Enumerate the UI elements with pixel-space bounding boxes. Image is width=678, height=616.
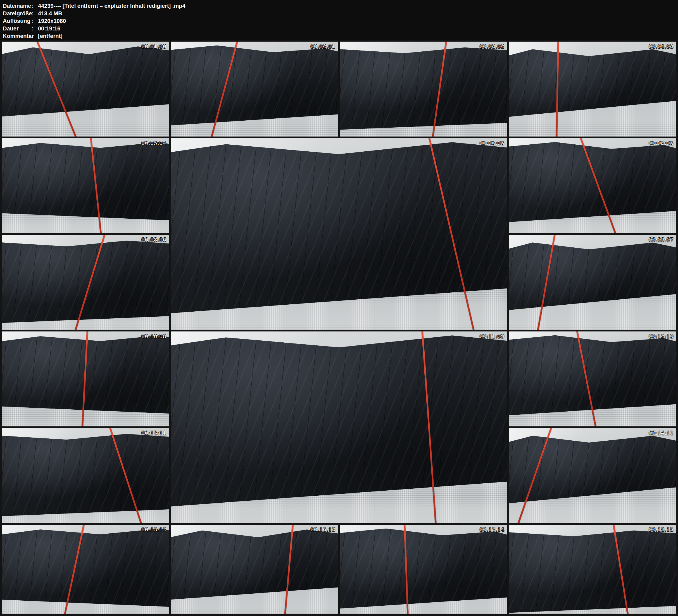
thumbnail-timestamp: 00:09:07: [649, 236, 674, 243]
video-thumbnail: 00:18:15: [509, 525, 676, 614]
metadata-label: Dauer: [3, 25, 32, 32]
video-thumbnail: 00:11:09: [171, 332, 507, 523]
video-thumbnail: 00:01:00: [2, 42, 169, 137]
video-thumbnail: 00:03:02: [340, 42, 507, 137]
metadata-label: Kommentar: [3, 32, 32, 40]
thumbnail-timestamp: 00:15:12: [141, 526, 166, 533]
thumbnail-timestamp: 00:12:10: [649, 333, 674, 339]
comment-value: [entfernt]: [38, 32, 63, 40]
metadata-separator: :: [32, 2, 38, 10]
video-thumbnail: 00:04:03: [509, 42, 676, 137]
metadata-row-resolution: Auflösung : 1920x1080: [3, 17, 678, 25]
video-thumbnail: 00:12:10: [509, 332, 676, 426]
video-thumbnail: 00:15:12: [2, 525, 169, 614]
video-thumbnail: 00:14:11: [509, 428, 676, 523]
metadata-separator: :: [32, 10, 38, 17]
resolution-value: 1920x1080: [38, 17, 66, 25]
thumbnail-timestamp: 00:14:11: [649, 430, 674, 436]
dark-cloth-backdrop-art: [340, 44, 507, 137]
thumbnail-timestamp: 00:03:02: [479, 43, 504, 49]
video-thumbnail: 00:16:13: [171, 525, 338, 614]
filename-value: 44239---- [Titel entfernt – expliziter I…: [38, 2, 186, 10]
thumbnail-timestamp: 00:10:08: [141, 333, 166, 339]
metadata-label: Dateigröße: [3, 10, 32, 17]
duration-value: 00:19:16: [38, 25, 60, 32]
filesize-value: 413.4 MB: [38, 10, 62, 17]
video-thumbnail: 00:09:07: [509, 235, 676, 330]
video-thumbnail: 00:17:14: [340, 525, 507, 614]
dark-cloth-backdrop-art: [509, 527, 676, 614]
video-thumbnail: 00:05:04: [2, 138, 169, 233]
metadata-row-duration: Dauer : 00:19:16: [3, 25, 678, 32]
metadata-separator: :: [32, 32, 38, 40]
metadata-row-filename: Dateiname : 44239---- [Titel entfernt – …: [3, 2, 678, 10]
metadata-row-comment: Kommentar : [entfernt]: [3, 32, 678, 40]
thumbnail-timestamp: 00:04:03: [649, 43, 674, 49]
thumbnail-timestamp: 00:13:11: [141, 430, 166, 436]
thumbnail-timestamp: 00:02:01: [310, 43, 335, 49]
video-thumbnail: 00:02:01: [171, 42, 338, 137]
thumbnail-timestamp: 00:05:04: [141, 140, 166, 146]
thumbnail-timestamp: 00:18:15: [649, 526, 674, 533]
video-thumbnail: 00:07:05: [509, 138, 676, 233]
thumbnail-timestamp: 00:11:09: [479, 333, 504, 339]
video-thumbnail: 00:13:11: [2, 428, 169, 523]
metadata-row-filesize: Dateigröße : 413.4 MB: [3, 10, 678, 17]
thumbnail-grid: 00:01:00 00:02:01 00:03:02 00:04:03 00:0…: [0, 40, 678, 614]
thumbnail-timestamp: 00:08:06: [141, 236, 166, 243]
metadata-label: Dateiname: [3, 2, 32, 10]
video-thumbnail: 00:10:08: [2, 332, 169, 426]
metadata-separator: :: [32, 25, 38, 32]
thumbnail-timestamp: 00:07:05: [649, 140, 674, 146]
video-thumbnail: 00:06:05: [171, 138, 507, 330]
thumbnail-timestamp: 00:16:13: [310, 526, 335, 533]
metadata-separator: :: [32, 17, 38, 25]
video-thumbnail: 00:08:06: [2, 235, 169, 330]
thumbnail-timestamp: 00:01:00: [141, 43, 166, 49]
file-metadata-header: Dateiname : 44239---- [Titel entfernt – …: [0, 0, 678, 40]
thumbnail-timestamp: 00:06:05: [479, 140, 504, 146]
dark-cloth-backdrop-art: [2, 430, 169, 523]
dark-cloth-backdrop-art: [2, 237, 169, 330]
metadata-label: Auflösung: [3, 17, 32, 25]
contact-sheet: Dateiname : 44239---- [Titel entfernt – …: [0, 0, 678, 616]
thumbnail-timestamp: 00:17:14: [479, 526, 504, 533]
